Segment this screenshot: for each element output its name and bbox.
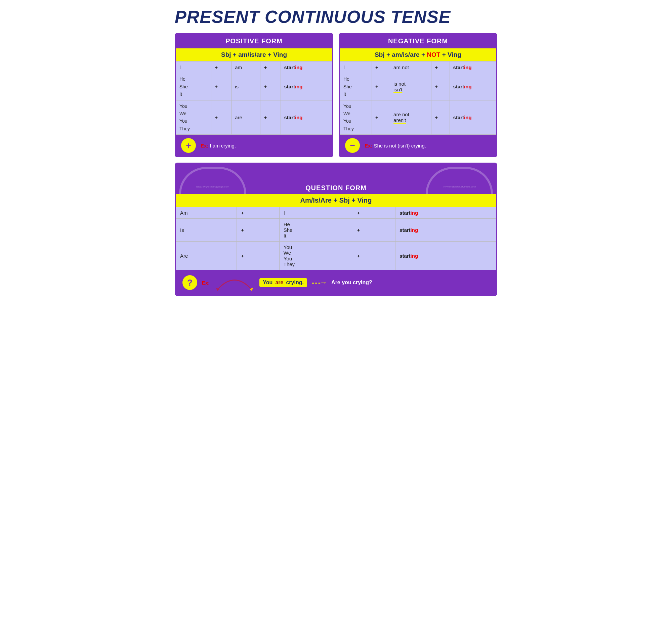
verb-am-not: am not: [390, 62, 431, 73]
starting-word: starting: [281, 100, 332, 135]
subject-i: I: [340, 62, 372, 73]
negative-example-text: Ex: She is not (isn't) crying.: [364, 143, 426, 148]
watermark-left: www.englishstudypage.com: [179, 167, 246, 194]
starting-word: starting: [450, 73, 496, 100]
example-words: You are crying.: [259, 278, 307, 287]
starting-word: starting: [395, 219, 496, 242]
ex-label: Ex:: [202, 280, 210, 286]
subject-i: I: [176, 62, 211, 73]
plus-sign: +: [260, 100, 281, 135]
example-result: Are you crying?: [331, 279, 372, 286]
negative-example-bar: − Ex: She is not (isn't) crying.: [340, 135, 496, 156]
positive-example-text: Ex: I am crying.: [200, 143, 236, 148]
table-row: Am + I + starting: [176, 207, 496, 219]
subject-you-we-they: YouWeYouThey: [176, 100, 211, 135]
table-row: YouWeYouThey + are + starting: [176, 100, 332, 135]
question-formula: Am/Is/Are + Sbj + Ving: [176, 194, 496, 207]
plus-sign: +: [211, 62, 232, 73]
table-row: I + am not + starting: [340, 62, 496, 73]
starting-word: starting: [395, 242, 496, 270]
question-form-box: www.englishstudypage.com QUESTION FORM w…: [175, 163, 497, 296]
negative-header: NEGATIVE FORM: [340, 34, 496, 48]
negative-badge: −: [345, 138, 360, 153]
positive-example-bar: + Ex: I am crying.: [176, 135, 332, 156]
table-row: YouWeYouThey + are not aren't + starting: [340, 100, 496, 135]
question-table: Am + I + starting Is + HeSheIt + startin…: [176, 207, 496, 270]
aux-am: Am: [176, 207, 237, 219]
table-row: HeSheIt + is + starting: [176, 73, 332, 100]
top-forms-row: POSITIVE FORM Sbj + am/is/are + Ving I +…: [175, 33, 497, 157]
plus-sign: +: [431, 100, 450, 135]
example-crying: crying.: [286, 279, 304, 286]
plus-sign: +: [260, 62, 281, 73]
subject-i: I: [279, 207, 353, 219]
ex-label: Ex:: [200, 143, 208, 148]
question-example-bar: ? Ex: You are crying. - - -→ Are you cry…: [176, 270, 496, 295]
plus-sign: +: [237, 207, 280, 219]
question-title: QUESTION FORM: [246, 183, 426, 194]
verb-isnt: isn't: [393, 87, 402, 92]
plus-sign: +: [371, 73, 390, 100]
table-row: Is + HeSheIt + starting: [176, 219, 496, 242]
example-you: You: [263, 279, 272, 286]
plus-sign: +: [211, 73, 232, 100]
plus-sign: +: [353, 219, 395, 242]
formula-not: NOT: [427, 51, 440, 58]
plus-sign: +: [371, 62, 390, 73]
starting-word: starting: [281, 73, 332, 100]
ex-label: Ex:: [364, 143, 372, 148]
plus-sign: +: [353, 207, 395, 219]
question-badge: ?: [183, 275, 197, 290]
starting-word: starting: [395, 207, 496, 219]
subject-you-we-they: YouWeYouThey: [340, 100, 372, 135]
table-row: HeSheIt + is not isn't + starting: [340, 73, 496, 100]
plus-sign: +: [353, 242, 395, 270]
negative-table: I + am not + starting HeSheIt + is not i…: [340, 61, 496, 135]
formula-end: + Ving: [440, 51, 461, 58]
plus-sign: +: [211, 100, 232, 135]
plus-sign: +: [260, 73, 281, 100]
subject-he-she-it: HeSheIt: [176, 73, 211, 100]
positive-table: I + am + starting HeSheIt + is + startin…: [176, 61, 332, 135]
starting-word: starting: [450, 100, 496, 135]
table-row: I + am + starting: [176, 62, 332, 73]
question-header-bg: www.englishstudypage.com QUESTION FORM w…: [176, 164, 496, 207]
aux-are: Are: [176, 242, 237, 270]
example-are: are: [275, 279, 283, 286]
dash-arrow: - - -→: [312, 278, 327, 287]
verb-is: is: [232, 73, 260, 100]
subject-he-she-it: HeSheIt: [279, 219, 353, 242]
positive-form-box: POSITIVE FORM Sbj + am/is/are + Ving I +…: [175, 33, 333, 157]
formula-plain: Sbj + am/is/are +: [375, 51, 427, 58]
plus-sign: +: [431, 73, 450, 100]
positive-formula: Sbj + am/is/are + Ving: [176, 48, 332, 61]
plus-sign: +: [431, 62, 450, 73]
subject-he-she-it: HeSheIt: [340, 73, 372, 100]
positive-badge: +: [181, 138, 196, 153]
verb-are-not: are not aren't: [390, 100, 431, 135]
verb-is-not: is not isn't: [390, 73, 431, 100]
watermark-right: www.englishstudypage.com: [426, 167, 493, 194]
plus-sign: +: [371, 100, 390, 135]
verb-are: are: [232, 100, 260, 135]
arch-arrow: [214, 274, 255, 291]
plus-sign: +: [237, 219, 280, 242]
verb-am: am: [232, 62, 260, 73]
negative-formula: Sbj + am/is/are + NOT + Ving: [340, 48, 496, 61]
plus-sign: +: [237, 242, 280, 270]
positive-header: POSITIVE FORM: [176, 34, 332, 48]
starting-word: starting: [450, 62, 496, 73]
page-title: PRESENT CONTINUOUS TENSE: [175, 7, 497, 27]
subject-you-we-they: YouWeYouThey: [279, 242, 353, 270]
table-row: Are + YouWeYouThey + starting: [176, 242, 496, 270]
verb-arent: aren't: [393, 117, 406, 123]
negative-form-box: NEGATIVE FORM Sbj + am/is/are + NOT + Vi…: [339, 33, 497, 157]
aux-is: Is: [176, 219, 237, 242]
starting-word: starting: [281, 62, 332, 73]
